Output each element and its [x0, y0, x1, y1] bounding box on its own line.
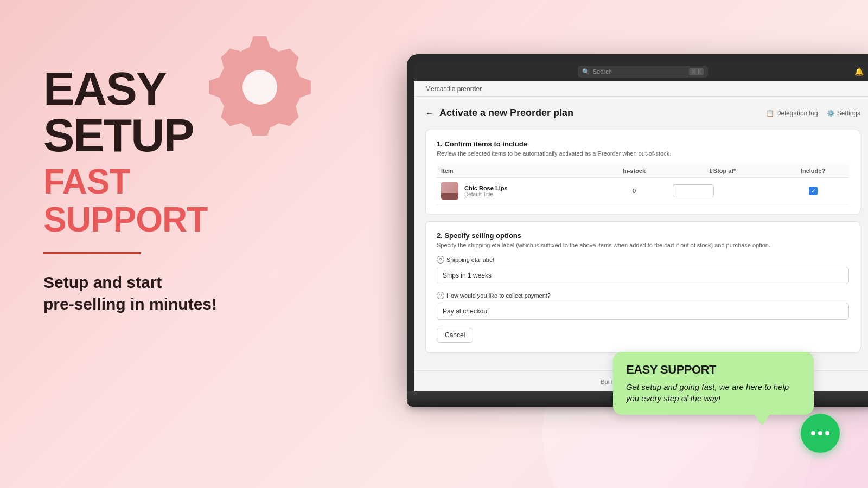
help-icon-shipping: ?: [437, 256, 444, 264]
search-icon: 🔍: [582, 68, 590, 75]
speech-bubble: EASY SUPPORT Get setup and going fast, w…: [613, 352, 814, 415]
chat-dot-1: [811, 431, 815, 435]
settings-link[interactable]: ⚙️ Settings: [827, 110, 860, 117]
chat-dots: [811, 431, 829, 435]
screen-content: ← Activate a new Preorder plan 📋 Delegat…: [414, 97, 868, 370]
chat-button[interactable]: [801, 414, 840, 453]
delegation-log-icon: 📋: [766, 110, 774, 117]
table-row: Chic Rose Lips Default Title 0: [437, 178, 849, 204]
headline-easy: EASY: [43, 65, 282, 112]
delegation-log-link[interactable]: 📋 Delegation log: [766, 110, 818, 117]
search-input-label: Search: [593, 68, 686, 75]
shipping-eta-input[interactable]: [437, 267, 849, 284]
search-kbd: ⌘ K: [689, 68, 704, 75]
payment-label-row: ? How would you like to collect payment?: [437, 292, 849, 299]
section2-card: 2. Specify selling options Specify the s…: [425, 221, 860, 353]
subtext: Setup and startpre-selling in minutes!: [43, 272, 282, 316]
section1-card: 1. Confirm items to include Review the s…: [425, 130, 860, 215]
section2-title: 2. Specify selling options: [437, 232, 849, 240]
page-title: Activate a new Preorder plan: [439, 107, 573, 119]
bubble-text: Get setup and going fast, we are here to…: [626, 381, 801, 404]
laptop-screen: 🔍 Search ⌘ K 🔔 Mercantile preorder ← Act…: [414, 62, 868, 391]
item-cell: Chic Rose Lips Default Title: [437, 178, 600, 204]
item-info: Chic Rose Lips Default Title: [464, 185, 507, 197]
item-variant: Default Title: [464, 191, 507, 197]
app-header-left: ← Activate a new Preorder plan: [425, 107, 573, 119]
item-include: [777, 178, 849, 204]
items-table: Item In-stock ℹ Stop at* Include?: [437, 164, 849, 204]
breadcrumb: Mercantile preorder: [414, 81, 868, 97]
include-checkbox[interactable]: [809, 187, 818, 195]
shipping-label-text: Shipping eta label: [446, 256, 494, 263]
screen-topbar: 🔍 Search ⌘ K 🔔: [414, 62, 868, 81]
item-stopat: ▲ ▼: [668, 178, 777, 204]
chat-dot-2: [818, 431, 822, 435]
item-name: Chic Rose Lips: [464, 185, 507, 191]
stop-at-input[interactable]: [673, 186, 714, 196]
item-instock: 0: [600, 178, 668, 204]
col-item: Item: [437, 164, 600, 178]
section1-desc: Review the selected items to be automati…: [437, 150, 849, 157]
breadcrumb-link[interactable]: Mercantile preorder: [425, 85, 482, 93]
headline-setup: SETUP: [43, 112, 282, 158]
app-header-right: 📋 Delegation log ⚙️ Settings: [766, 110, 860, 117]
section1-title: 1. Confirm items to include: [437, 140, 849, 148]
col-include: Include?: [777, 164, 849, 178]
app-header: ← Activate a new Preorder plan 📋 Delegat…: [425, 107, 860, 119]
back-button[interactable]: ←: [425, 108, 434, 118]
payment-label-text: How would you like to collect payment?: [446, 292, 551, 299]
bubble-title: EASY SUPPORT: [626, 363, 801, 377]
col-instock: In-stock: [600, 164, 668, 178]
search-bar[interactable]: 🔍 Search ⌘ K: [578, 66, 708, 78]
payment-input[interactable]: [437, 303, 849, 320]
col-stopat: ℹ Stop at*: [668, 164, 777, 178]
section2-desc: Specify the shipping eta label (which is…: [437, 242, 849, 248]
settings-icon: ⚙️: [827, 110, 835, 117]
help-icon-payment: ?: [437, 292, 444, 299]
headline-fast-support: FAST SUPPORT: [43, 163, 282, 239]
divider: [43, 252, 141, 254]
cancel-button[interactable]: Cancel: [437, 328, 473, 343]
help-icon-stopat: ℹ: [710, 168, 712, 174]
bell-icon[interactable]: 🔔: [854, 67, 864, 76]
item-thumbnail: [441, 182, 458, 200]
chat-dot-3: [825, 431, 829, 435]
laptop-body: 🔍 Search ⌘ K 🔔 Mercantile preorder ← Act…: [407, 54, 868, 391]
left-panel: EASY SETUP FAST SUPPORT Setup and startp…: [43, 65, 282, 316]
shipping-label-row: ? Shipping eta label: [437, 256, 849, 264]
